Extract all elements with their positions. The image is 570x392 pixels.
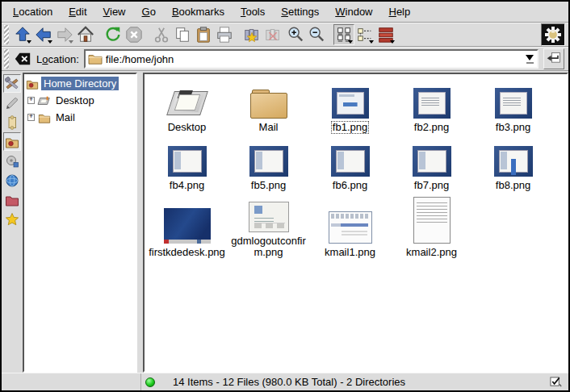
icon-view-dropdown-arrow[interactable] [348,40,353,44]
stop-icon [125,26,143,44]
expander-plus-icon[interactable]: + [27,97,35,104]
tree-item-mail[interactable]: + Mail [27,109,135,126]
menu-edit[interactable]: Edit [61,3,94,20]
file-item[interactable]: fb3.png [472,81,554,134]
file-item[interactable]: fb5.png [228,139,309,192]
image-gallery-disabled-icon [264,26,282,44]
bookmarks-star-icon [5,212,19,227]
paste-icon [195,26,212,44]
screenshot-wizard-thumbnail [413,146,451,177]
sidebar-tab-bookmarks[interactable] [3,210,21,228]
paste-button[interactable] [193,24,214,45]
menu-go[interactable]: Go [134,3,164,20]
mail-window-thumbnail [329,211,372,244]
home-folder-icon [5,135,19,149]
location-toolbar-grip[interactable] [4,49,9,69]
sidebar-tab-pencil[interactable] [3,94,21,112]
sidebar-splitter[interactable] [137,73,143,373]
detailed-list-view-dropdown-arrow[interactable] [390,40,395,44]
back-dropdown-arrow[interactable] [48,40,52,44]
file-item[interactable]: fb8.png [472,139,554,192]
screenshot-logo-thumbnail [494,146,533,177]
sidebar-tree-panel: Home Directory + Desktop + Mail [23,73,137,373]
location-dropdown-button[interactable] [522,51,537,67]
up-dropdown-arrow[interactable] [27,40,31,44]
reload-icon [104,26,122,44]
file-item[interactable]: fb7.png [391,139,472,192]
forward-dropdown-arrow [69,40,73,44]
file-item[interactable]: kmail2.png [391,197,472,259]
sidebar-tab-network[interactable] [3,171,21,190]
menu-tools[interactable]: Tools [233,3,273,20]
main-toolbar [2,23,568,47]
menu-window[interactable]: Window [327,3,380,20]
copy-icon [174,26,191,44]
icon-view-button[interactable] [333,24,354,45]
kde-throbber[interactable] [541,23,565,46]
sidebar-tab-root[interactable] [3,190,21,209]
sidebar-tab-strip [2,73,23,373]
screenshot-wizard-thumbnail [331,146,370,177]
file-label: kmail1.png [323,246,377,259]
location-combobox[interactable] [84,49,539,69]
active-view-led [145,377,155,387]
sidebar-tab-history[interactable] [3,113,21,131]
tree-item-desktop[interactable]: + Desktop [27,92,135,109]
file-item[interactable]: gdmlogoutconfirm.png [228,197,309,259]
menu-bookmarks[interactable]: Bookmarks [164,3,233,20]
tree-item-home-directory[interactable]: Home Directory [25,75,135,92]
zoom-in-icon [287,26,304,44]
services-icon [5,154,19,169]
menu-help[interactable]: Help [381,3,419,20]
menu-location[interactable]: Location [5,3,61,20]
link-view-checkbox-icon[interactable] [550,376,562,388]
file-item[interactable]: fb6.png [309,139,391,192]
file-icon-view: Desktop Mail fb1.png fb2.png fb3.png fb4… [143,73,568,373]
image-gallery-disabled-button [262,24,283,45]
tree-view-dropdown-arrow[interactable] [369,40,374,44]
location-input[interactable] [106,53,522,65]
expander-plus-icon[interactable]: + [27,114,35,121]
status-text: 14 Items - 12 Files (980.0 KB Total) - 2… [173,376,405,388]
zoom-in-button[interactable] [285,24,306,45]
sidebar-tab-home[interactable] [3,132,21,151]
tree-item-label: Desktop [53,94,97,107]
home-button[interactable] [75,24,96,45]
file-label: fb7.png [413,179,451,192]
folder-icon [37,111,52,124]
sidebar-tab-system[interactable] [3,74,21,93]
file-label: kmail2.png [404,246,459,259]
tree-view-button[interactable] [354,24,375,45]
go-button[interactable] [543,48,564,69]
file-item[interactable]: kmail1.png [309,197,391,259]
file-item[interactable]: fb2.png [391,81,472,134]
toolbar-grip[interactable] [4,25,9,44]
zoom-out-button[interactable] [306,24,327,45]
dialog-screenshot-thumbnail [249,202,289,232]
status-bar: 14 Items - 12 Files (980.0 KB Total) - 2… [2,373,568,390]
menu-view[interactable]: View [95,3,134,20]
image-gallery-button[interactable] [241,24,262,45]
file-item[interactable]: fb4.png [146,139,228,192]
location-label: Location: [36,53,79,65]
file-label: fb5.png [249,179,287,192]
tree-item-label: Home Directory [41,77,119,90]
clear-location-button[interactable] [12,48,33,69]
file-item[interactable]: firstkdedesk.png [146,197,228,259]
location-toolbar: Location: [2,47,568,71]
file-label: fb6.png [331,179,369,192]
sidebar-tab-services[interactable] [3,152,21,170]
file-item[interactable]: fb1.png [309,81,391,134]
copy-button[interactable] [172,24,193,45]
print-button[interactable] [214,24,235,45]
printer-icon [216,26,233,44]
screenshot-doc-thumbnail [413,88,451,119]
back-button[interactable] [33,24,54,45]
file-item[interactable]: Mail [228,81,309,134]
up-button[interactable] [12,24,33,45]
kde-gear-logo-icon [543,25,563,44]
detailed-list-view-button[interactable] [375,24,396,45]
file-item[interactable]: Desktop [146,81,228,134]
reload-button[interactable] [103,24,124,45]
menu-settings[interactable]: Settings [273,3,327,20]
